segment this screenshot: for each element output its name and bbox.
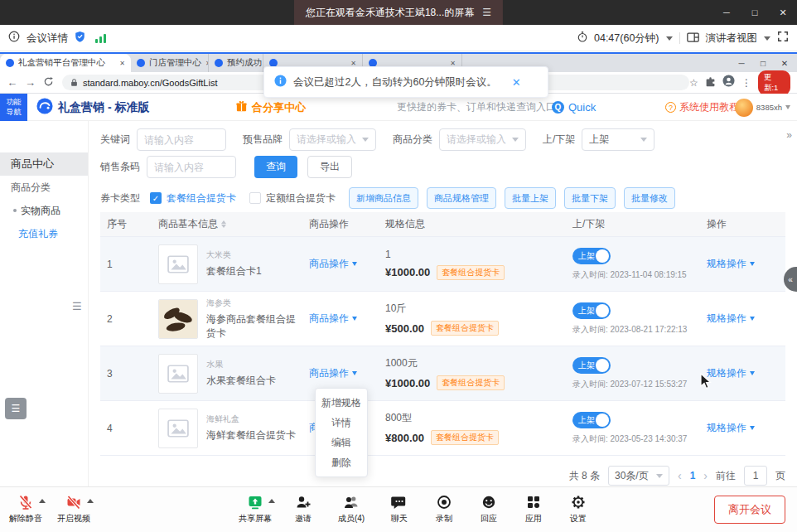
product-op-dropdown[interactable]: 商品操作: [309, 257, 357, 271]
invite-button[interactable]: 邀请: [284, 492, 322, 525]
meeting-panel-toggle[interactable]: ☰: [5, 398, 27, 419]
goto-page-input[interactable]: [744, 466, 767, 486]
brand-select[interactable]: 请选择或输入: [289, 128, 376, 151]
barcode-input[interactable]: [147, 156, 236, 178]
close-icon[interactable]: ✕: [512, 76, 521, 89]
apps-button[interactable]: 应用: [514, 492, 553, 525]
spec-op-dropdown[interactable]: 规格操作: [707, 366, 755, 380]
reload-icon[interactable]: [39, 76, 57, 89]
browser-update-badge[interactable]: 更新:1: [758, 70, 790, 95]
prev-page-icon[interactable]: ‹: [678, 469, 682, 482]
menu-item-delete[interactable]: 删除: [316, 452, 367, 472]
chevron-up-icon[interactable]: [87, 499, 94, 503]
settings-button[interactable]: 设置: [559, 492, 597, 525]
start-video-button[interactable]: 开启视频: [51, 492, 96, 525]
filters-collapse-icon[interactable]: »: [786, 129, 790, 141]
shelf-toggle[interactable]: 上架: [572, 412, 611, 428]
function-nav-square[interactable]: 功能 导航: [0, 94, 27, 121]
back-icon[interactable]: ←: [3, 76, 22, 89]
spec-text: 10斤: [385, 302, 499, 316]
sidebar-item-physical-goods[interactable]: 实物商品: [0, 199, 88, 222]
meeting-details-label[interactable]: 会议详情: [27, 31, 68, 46]
user-menu[interactable]: 8385xh: [735, 94, 790, 121]
op-label: 规格操作: [707, 366, 746, 380]
table-row: 2 海参类海参商品套餐组合提货卡 商品操作 10斤¥500.00套餐组合提货卡 …: [100, 292, 785, 346]
close-icon[interactable]: ✕: [769, 0, 797, 25]
tutorial-link[interactable]: ? 系统使用教程: [665, 94, 739, 121]
spec-op-dropdown[interactable]: 规格操作: [707, 421, 755, 435]
category-label: 商品分类: [393, 133, 432, 147]
browser-tab-1[interactable]: 礼盒营销平台管理中心 ✕: [0, 54, 131, 72]
chevron-up-icon[interactable]: [39, 499, 46, 503]
menu-item-details[interactable]: 详情: [316, 413, 367, 433]
shelf-toggle[interactable]: 上架: [572, 302, 611, 319]
chevron-down-icon[interactable]: [666, 36, 673, 41]
tab-close-icon[interactable]: ✕: [119, 60, 125, 67]
menu-item-add-spec[interactable]: 新增规格: [316, 393, 367, 413]
card-type-option-2[interactable]: 定额组合提货卡: [266, 191, 336, 206]
product-category: 海鲜礼盒: [206, 414, 296, 425]
shelf-toggle[interactable]: 上架: [572, 248, 611, 264]
batch-off-shelf-button[interactable]: 批量下架: [564, 187, 616, 209]
current-page[interactable]: 1: [690, 470, 696, 481]
chevron-down-icon[interactable]: [764, 36, 770, 41]
fullscreen-icon[interactable]: [777, 31, 789, 46]
chat-button[interactable]: 聊天: [380, 492, 418, 525]
sidebar-item-gift-voucher[interactable]: 充值礼券: [0, 222, 88, 245]
batch-on-shelf-button[interactable]: 批量上架: [505, 187, 556, 209]
browser-tab-3[interactable]: 预约成功 ✕: [209, 54, 263, 72]
next-page-icon[interactable]: ›: [703, 469, 708, 482]
select-value: 30条/页: [615, 469, 649, 483]
export-button[interactable]: 导出: [307, 156, 352, 178]
shelf-toggle[interactable]: 上架: [572, 357, 611, 374]
reactions-button[interactable]: 回应: [470, 492, 508, 525]
sort-icon[interactable]: [221, 220, 226, 228]
info-icon[interactable]: [8, 31, 20, 46]
view-mode-label[interactable]: 演讲者视图: [706, 31, 758, 46]
product-op-dropdown[interactable]: 商品操作: [309, 312, 357, 326]
batch-edit-button[interactable]: 批量修改: [624, 187, 675, 209]
unmute-button[interactable]: 解除静音: [3, 492, 48, 525]
minimize-icon[interactable]: ─: [712, 0, 741, 25]
add-product-button[interactable]: 新增商品信息: [349, 187, 418, 209]
record-button[interactable]: 录制: [425, 492, 463, 525]
spec-op-dropdown[interactable]: 规格操作: [707, 312, 755, 326]
keyword-input[interactable]: [137, 128, 226, 151]
chevron-down-icon: [352, 262, 357, 266]
maximize-icon[interactable]: □: [741, 0, 769, 25]
spec-op-dropdown[interactable]: 规格操作: [707, 257, 755, 271]
sidebar-section-product-center[interactable]: 商品中心: [0, 152, 88, 176]
checkbox-unchecked-icon[interactable]: [249, 192, 261, 204]
extensions-puzzle-icon[interactable]: [705, 75, 716, 90]
col-basic-info[interactable]: 商品基本信息: [147, 212, 297, 236]
spec-manage-button[interactable]: 商品规格管理: [427, 187, 496, 209]
page-size-select[interactable]: 30条/页: [608, 466, 669, 486]
menu-dots-icon[interactable]: ⋮: [741, 77, 751, 89]
quick-search-link[interactable]: Q Quick: [552, 94, 596, 121]
members-button[interactable]: 成员(4): [329, 492, 374, 525]
card-type-option-1[interactable]: 套餐组合提货卡: [167, 191, 236, 206]
chevron-up-icon[interactable]: [268, 499, 275, 503]
share-screen-button[interactable]: 共享屏幕: [233, 492, 278, 525]
profile-avatar-icon[interactable]: [722, 75, 735, 90]
product-op-dropdown-open[interactable]: 商品操作: [309, 366, 357, 380]
browser-tab-2[interactable]: 门店管理中心 ✕: [131, 54, 209, 72]
bookmark-star-icon[interactable]: ☆: [689, 77, 698, 89]
forward-icon[interactable]: →: [22, 76, 40, 89]
spec-text: 1: [385, 249, 505, 260]
row-index: 4: [100, 401, 147, 455]
category-select[interactable]: 请选择或输入: [439, 128, 526, 151]
record-icon: [436, 492, 452, 510]
shield-icon[interactable]: [75, 31, 85, 46]
card-type-badge: 套餐组合提货卡: [437, 375, 505, 390]
checkbox-checked-icon[interactable]: ✓: [150, 192, 162, 204]
menu-item-edit[interactable]: 编辑: [316, 433, 367, 452]
sidebar-item-categories[interactable]: 商品分类: [0, 176, 88, 199]
sidebar-item-label: 商品分类: [11, 176, 51, 199]
search-button[interactable]: 查询: [254, 156, 297, 178]
leave-meeting-button[interactable]: 离开会议: [714, 496, 785, 524]
sidebar-collapse-icon[interactable]: ☰: [72, 300, 82, 312]
hamburger-icon[interactable]: ☰: [482, 0, 491, 25]
shelf-select[interactable]: 上架: [582, 128, 655, 151]
brand-label: 预售品牌: [243, 133, 283, 147]
